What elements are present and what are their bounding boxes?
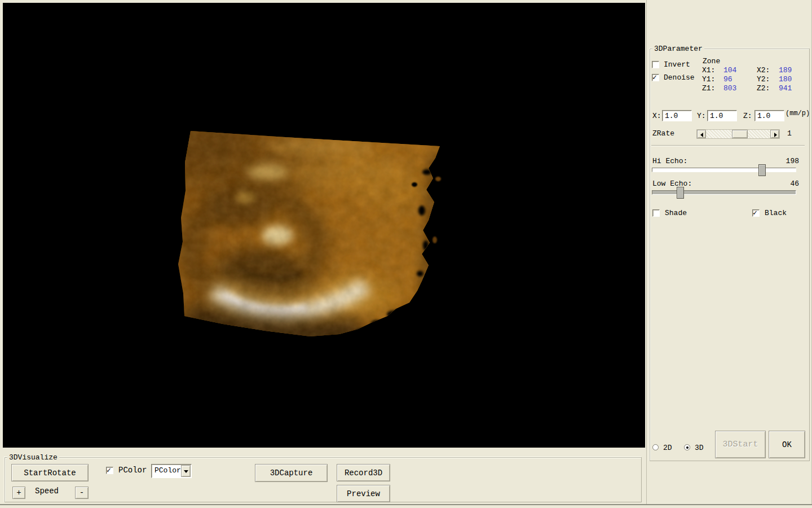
low-echo-thumb[interactable] <box>677 187 684 199</box>
record3d-button[interactable]: Record3D <box>337 464 390 481</box>
render-viewport[interactable] <box>3 3 645 448</box>
parameter-group-title: 3DParameter <box>652 45 704 53</box>
shade-label: Shade <box>665 209 687 217</box>
zone-y2-value: 180 <box>779 75 792 84</box>
arrow-left-icon <box>700 133 703 137</box>
divider <box>651 145 805 146</box>
invert-label: Invert <box>664 60 690 69</box>
speed-plus-button[interactable]: + <box>12 487 25 499</box>
zone-z2-value: 941 <box>779 84 792 93</box>
ultrasound-3d-render <box>3 3 645 448</box>
pcolor-label: PColor <box>118 466 147 475</box>
zone-x2-label: X2: <box>757 66 770 75</box>
z-scale-input[interactable]: 1.0 <box>754 110 784 121</box>
zrate-scroll-thumb[interactable] <box>732 130 748 138</box>
dropdown-button[interactable] <box>181 465 191 477</box>
low-echo-slider[interactable] <box>652 187 796 199</box>
denoise-label: Denoise <box>664 73 695 82</box>
shade-checkbox[interactable]: ✓ <box>652 209 660 217</box>
arrow-right-icon <box>774 133 777 137</box>
black-label: Black <box>765 209 787 217</box>
checkmark-icon: ✓ <box>107 466 111 475</box>
3dstart-button[interactable]: 3DStart <box>715 431 766 458</box>
low-echo-track[interactable] <box>652 190 796 195</box>
zone-x1-value: 104 <box>723 66 736 75</box>
visualize-group-title: 3DVisualize <box>7 453 59 462</box>
window-bottom-edge <box>0 504 812 505</box>
zone-y2-label: Y2: <box>757 75 770 84</box>
zrate-scroll-right-button[interactable] <box>770 130 779 138</box>
zrate-scrollbar[interactable] <box>696 129 780 139</box>
visualize-panel: 3DVisualize StartRotate ✓ PColor PColor … <box>0 448 645 504</box>
speed-minus-button[interactable]: - <box>75 487 89 499</box>
x-scale-label: X: <box>652 112 661 120</box>
hi-echo-slider[interactable] <box>652 164 796 177</box>
z-scale-label: Z: <box>743 112 752 120</box>
radio-dot-icon <box>686 446 689 449</box>
speed-label: Speed <box>35 487 59 496</box>
zone-x2-value: 189 <box>779 66 792 75</box>
y-scale-label: Y: <box>697 112 706 120</box>
pcolor-dropdown-value: PColor <box>155 466 181 475</box>
invert-checkbox[interactable]: ✓ <box>652 61 659 68</box>
mode-2d-label: 2D <box>663 444 672 452</box>
chevron-down-icon <box>184 470 188 473</box>
black-checkbox[interactable]: ✓ <box>752 209 760 217</box>
zrate-value: 1 <box>787 129 792 138</box>
y-scale-input[interactable]: 1.0 <box>707 110 737 121</box>
parameter-panel: 3DParameter ✓ Invert ✓ Denoise Zone X1: … <box>646 0 812 505</box>
zone-x1-label: X1: <box>702 66 715 75</box>
zrate-label: ZRate <box>652 129 674 138</box>
checkmark-icon: ✓ <box>652 73 657 82</box>
app-window: 3DParameter ✓ Invert ✓ Denoise Zone X1: … <box>0 0 812 508</box>
zone-y1-value: 96 <box>723 75 732 84</box>
start-rotate-button[interactable]: StartRotate <box>11 464 89 481</box>
mode-3d-label: 3D <box>695 444 704 452</box>
ok-button[interactable]: OK <box>769 431 805 458</box>
checkmark-icon: ✓ <box>753 208 757 217</box>
zrate-scroll-left-button[interactable] <box>697 130 706 138</box>
3dcapture-button[interactable]: 3DCapture <box>255 464 328 482</box>
hi-echo-thumb[interactable] <box>758 164 766 176</box>
pcolor-checkbox[interactable]: ✓ <box>106 467 113 474</box>
preview-button[interactable]: Preview <box>337 485 390 502</box>
x-scale-input[interactable]: 1.0 <box>662 110 692 121</box>
zone-y1-label: Y1: <box>702 75 715 84</box>
hi-echo-track[interactable] <box>652 168 796 172</box>
zone-z1-label: Z1: <box>702 84 715 93</box>
scale-unit-label: (mm/p) <box>785 110 810 118</box>
mode-3d-radio[interactable] <box>684 444 690 450</box>
mode-2d-radio[interactable] <box>652 444 659 450</box>
denoise-checkbox[interactable]: ✓ <box>652 74 659 81</box>
zone-z2-label: Z2: <box>757 84 770 93</box>
zone-z1-value: 803 <box>723 84 736 93</box>
zone-label: Zone <box>703 57 720 65</box>
pcolor-dropdown[interactable]: PColor <box>151 464 192 478</box>
